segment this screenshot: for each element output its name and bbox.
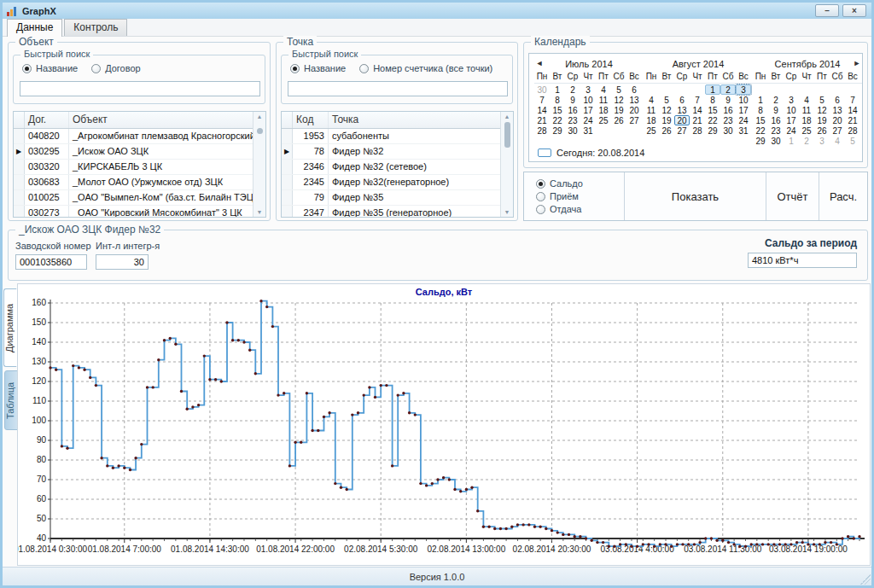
calendar-day[interactable]: 14	[690, 105, 705, 115]
tab-diagram[interactable]: Диаграмма	[3, 288, 17, 367]
calendar-day[interactable]: 7	[845, 95, 860, 105]
calendar-day[interactable]: 27	[626, 115, 642, 125]
calendar-day[interactable]: 17	[580, 105, 596, 115]
calendar-day[interactable]: 11	[596, 95, 611, 105]
calendar-day[interactable]: 1	[705, 84, 720, 95]
calendar-day[interactable]: 2	[720, 84, 736, 95]
calendar-day[interactable]: 10	[736, 95, 751, 105]
calendar-day[interactable]: 20	[830, 115, 845, 125]
point-col-code[interactable]: Код	[293, 112, 329, 128]
calendar-day[interactable]: 26	[659, 125, 674, 136]
table-row[interactable]: 010025_ОАО "Вымпел-Ком" (баз.ст. Билайн …	[14, 190, 265, 206]
calendar-day[interactable]: 26	[814, 125, 830, 136]
point-radio-meter[interactable]: Номер счетчика (все точки)	[359, 63, 492, 73]
calendar-day[interactable]: 12	[659, 105, 674, 115]
table-row[interactable]: 2346Фидер №32 (сетевое)	[282, 160, 513, 175]
calendar-day[interactable]: 4	[644, 95, 659, 105]
calendar-day[interactable]: 17	[784, 115, 799, 125]
calendar-day[interactable]: 21	[534, 115, 550, 125]
point-col-name[interactable]: Точка	[329, 112, 513, 128]
calendar-day[interactable]: 31	[580, 125, 596, 136]
scroll-down-icon[interactable]: ▼	[257, 209, 263, 215]
calendar-day[interactable]: 4	[596, 84, 611, 95]
calendar-prev-icon[interactable]: ◄	[534, 59, 545, 67]
calendar-day[interactable]: 8	[705, 95, 720, 105]
calendar-day[interactable]: 29	[550, 125, 565, 136]
calendar-day[interactable]: 30	[565, 125, 580, 136]
calendar-day[interactable]: 28	[845, 125, 860, 136]
show-button[interactable]: Показать	[625, 172, 766, 220]
calendar-day[interactable]: 30	[768, 136, 784, 146]
calendar-day[interactable]: 28	[534, 125, 550, 136]
calendar-day[interactable]: 15	[705, 105, 720, 115]
scroll-thumb[interactable]	[257, 128, 263, 134]
calendar-day[interactable]: 16	[768, 115, 784, 125]
table-row[interactable]: 1953субабоненты	[282, 129, 513, 144]
calendar-day[interactable]: 8	[753, 105, 768, 115]
calendar-day[interactable]: 12	[611, 95, 626, 105]
table-row[interactable]: ▶78Фидер №32	[282, 144, 513, 160]
calendar-day[interactable]: 2	[565, 84, 580, 95]
object-radio-name[interactable]: Название	[22, 63, 78, 73]
calc-button[interactable]: Расч.	[819, 172, 867, 220]
scroll-thumb[interactable]	[504, 122, 510, 148]
calendar-day[interactable]: 9	[768, 105, 784, 115]
calendar-day[interactable]: 4	[830, 136, 845, 146]
calendar-day[interactable]: 7	[534, 95, 550, 105]
calendar-day[interactable]: 23	[768, 125, 784, 136]
calendar-day[interactable]: 10	[580, 95, 596, 105]
calendar-day[interactable]: 28	[690, 125, 705, 136]
calendar-day[interactable]: 11	[799, 105, 814, 115]
calendar-day[interactable]: 24	[736, 115, 751, 125]
calendar-day[interactable]: 1	[753, 95, 768, 105]
object-col-code[interactable]: Дог.	[25, 112, 69, 128]
tab-control[interactable]: Контроль	[64, 19, 127, 36]
calendar-day[interactable]: 14	[845, 105, 860, 115]
calendar-day[interactable]: 5	[659, 95, 674, 105]
object-table-scrollbar[interactable]: ▲ ▼	[253, 112, 265, 217]
calendar-day[interactable]: 26	[611, 115, 626, 125]
calendar-day[interactable]: 20	[626, 105, 642, 115]
calendar-day[interactable]: 16	[565, 105, 580, 115]
mode-radio-приём[interactable]: Приём	[536, 191, 579, 201]
calendar-day[interactable]: 27	[830, 125, 845, 136]
object-col-name[interactable]: Объект	[69, 112, 265, 128]
point-search-input[interactable]	[288, 81, 508, 96]
minimize-button[interactable]: –	[815, 4, 839, 17]
calendar-day[interactable]: 22	[550, 115, 565, 125]
table-row[interactable]: 030320_КИРСКАБЕЛЬ 3 ЦК	[14, 160, 265, 175]
table-row[interactable]: 040820_Агрокомбинат племзавод Красногорс…	[14, 129, 265, 144]
calendar-day[interactable]: 12	[814, 105, 830, 115]
calendar-day[interactable]: 19	[659, 115, 674, 125]
calendar-day[interactable]: 13	[674, 105, 690, 115]
calendar-day[interactable]: 3	[784, 95, 799, 105]
calendar-day[interactable]: 29	[705, 125, 720, 136]
calendar-day[interactable]: 25	[644, 125, 659, 136]
calendar-day[interactable]: 21	[845, 115, 860, 125]
calendar-day[interactable]: 14	[534, 105, 550, 115]
calendar-day[interactable]: 5	[845, 136, 860, 146]
calendar-day[interactable]: 3	[736, 84, 751, 95]
resize-grip[interactable]	[860, 574, 871, 585]
calendar-day[interactable]: 31	[736, 125, 751, 136]
calendar-day[interactable]: 1	[784, 136, 799, 146]
tab-table[interactable]: Таблица	[4, 370, 18, 430]
calendar-day[interactable]: 11	[644, 105, 659, 115]
calendar-day[interactable]: 29	[753, 136, 768, 146]
table-row[interactable]: 030273_ОАО "Кировский Мясокомбинат" 3 ЦК	[14, 206, 265, 218]
table-row[interactable]: 030683_Молот ОАО (Уржумское отд) ЗЦК	[14, 175, 265, 190]
calendar-day[interactable]: 5	[814, 95, 830, 105]
close-button[interactable]: ×	[842, 4, 866, 17]
calendar-today-row[interactable]: Сегодня: 20.08.2014	[538, 148, 644, 158]
calendar-day[interactable]: 17	[736, 105, 751, 115]
calendar-day[interactable]: 5	[611, 84, 626, 95]
calendar-day[interactable]: 2	[799, 136, 814, 146]
calendar-day[interactable]: 22	[705, 115, 720, 125]
calendar-day[interactable]: 20	[674, 115, 690, 125]
calendar-day[interactable]: 9	[565, 95, 580, 105]
calendar-day[interactable]: 9	[720, 95, 736, 105]
calendar-day[interactable]: 27	[674, 125, 690, 136]
calendar-day[interactable]: 6	[830, 95, 845, 105]
table-row[interactable]: 79Фидер №35	[282, 190, 513, 206]
table-row[interactable]: 2347Фидер №35 (генераторное)	[282, 206, 513, 218]
